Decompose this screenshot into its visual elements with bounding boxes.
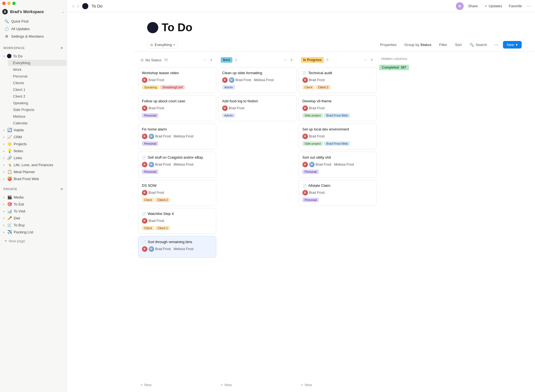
to-visit-chevron-icon: ▸ — [3, 210, 5, 213]
tag-client2-1: Client 2 — [155, 198, 170, 202]
no-status-add-card-button[interactable]: + New — [138, 381, 216, 389]
sidebar-item-crm-label: CRM — [14, 135, 22, 139]
sort-button[interactable]: Sort — [452, 41, 465, 48]
card-food-log[interactable]: Add food log to Notion B Brad Frost Admi… — [218, 95, 296, 121]
sidebar-item-calendar[interactable]: · Calendar — [8, 120, 67, 126]
card-remaining-bins[interactable]: 📄 Sort through remaining bins B M Brad F… — [138, 236, 216, 258]
packing-chevron-icon: ▸ — [3, 231, 5, 234]
nav-forward-button[interactable]: › — [76, 3, 80, 10]
card-v9-theme[interactable]: Develop v9 theme B Brad Frost Side proje… — [299, 95, 377, 121]
next-add-button[interactable]: + — [289, 57, 294, 63]
toolbar-more-button[interactable]: ··· — [492, 40, 501, 49]
projects-icon: 🌟 — [7, 142, 12, 146]
assignee-brad-name-n2: Brad Frost — [229, 106, 244, 110]
workspace-header[interactable]: B Brad's Workspace ⌄ — [0, 7, 67, 16]
new-page-label: New page — [9, 239, 25, 243]
minimize-button[interactable] — [7, 2, 11, 5]
group-by-button[interactable]: Group by Status — [402, 41, 434, 48]
share-button[interactable]: Share — [466, 3, 480, 9]
new-page-button[interactable]: + New page — [1, 237, 65, 245]
nav-back-button[interactable]: ‹ — [71, 3, 75, 10]
card-utility[interactable]: Sort out utility shit B M Brad Frost Mel… — [299, 152, 377, 178]
in-progress-add-button[interactable]: + — [369, 57, 374, 63]
sidebar-item-notes-label: Notes — [14, 149, 23, 153]
settings-label: Settings & Members — [11, 34, 44, 38]
properties-button[interactable]: Properties — [377, 41, 399, 48]
meal-icon: 📋 — [7, 170, 12, 174]
sidebar-item-meal-planner[interactable]: ▸ 📋 Meal Planner — [0, 168, 67, 175]
favorite-button[interactable]: Favorite — [507, 3, 524, 9]
sidebar-item-client1[interactable]: · Client 1 — [8, 86, 67, 93]
card-home-alarm[interactable]: Fix home alarm B M Brad Frost Melissa Fr… — [138, 124, 216, 149]
sidebar-item-clients[interactable]: · Clients — [8, 80, 67, 86]
toolbar: ⊞ Everything ▾ Properties Group by Statu… — [134, 38, 535, 52]
sidebar-item-diet[interactable]: ▸ 🥕 Diet — [0, 215, 67, 221]
sidebar-item-links[interactable]: ▸ 🔗 Links — [0, 154, 67, 161]
more-options-button[interactable]: ··· — [526, 3, 531, 9]
completed-badge[interactable]: Completed 367 — [379, 65, 409, 70]
sidebar-item-habits[interactable]: ▸ 🔄 Habits — [0, 127, 67, 133]
card-craigslist[interactable]: 📄 Sell stuff on Craigslist and/or eBay B… — [138, 152, 216, 178]
sidebar-item-speaking-label: Speaking — [13, 101, 28, 105]
quick-find-item[interactable]: 🔍 Quick Find — [1, 18, 65, 25]
sidebar-item-projects[interactable]: ▸ 🌟 Projects — [0, 141, 67, 147]
all-updates-item[interactable]: 🕐 All Updates — [1, 25, 65, 32]
melissa-avatar-1: M — [149, 134, 154, 139]
sidebar-item-notes[interactable]: ▸ 💡 Notes — [0, 147, 67, 154]
settings-item[interactable]: ⚙ Settings & Members — [1, 33, 65, 40]
sidebar-item-crm[interactable]: ▸ 📈 CRM — [0, 134, 67, 140]
sidebar-item-packing-list[interactable]: ▸ ✈️ Packing List — [0, 229, 67, 235]
sidebar-item-to-buy[interactable]: ▸ 🛒 To Buy — [0, 222, 67, 228]
tag-client-ip1: Client — [302, 85, 315, 89]
updates-icon: 🕐 — [4, 26, 9, 31]
completed-column-header[interactable]: Completed 367 — [379, 65, 435, 70]
user-avatar[interactable]: M — [456, 2, 464, 10]
sidebar-item-client2[interactable]: · Client 2 — [8, 93, 67, 100]
card-slide-formatting[interactable]: Clean up slide formatting B M Brad Frost… — [218, 67, 296, 93]
updates-button[interactable]: ✓ Updates — [482, 3, 504, 9]
card-technical-audit[interactable]: 📄 Technical audit B Brad Frost Client Cl… — [299, 67, 377, 93]
card-local-dev[interactable]: Set up local dev environment B Brad Fros… — [299, 124, 377, 149]
no-status-add-button[interactable]: + — [209, 57, 214, 63]
view-selector[interactable]: ⊞ Everything ▾ — [147, 41, 178, 49]
brad-avatar-7: B — [142, 246, 147, 252]
doc-icon-3: 📄 — [142, 240, 146, 244]
sidebar-item-work[interactable]: · Work — [8, 66, 67, 73]
filter-button[interactable]: Filter — [436, 41, 450, 48]
sidebar-item-calendar-label: Calendar — [13, 121, 28, 125]
fullscreen-button[interactable] — [12, 2, 16, 5]
new-task-button[interactable]: New ▾ — [503, 41, 522, 49]
to-buy-icon: 🛒 — [7, 223, 12, 227]
card-ds-sow[interactable]: DS SOW B Brad Frost Client Client 2 — [138, 180, 216, 206]
in-progress-more-button[interactable]: ··· — [362, 57, 368, 63]
add-private-item-button[interactable]: + — [60, 187, 63, 191]
sidebar-item-llf-label: Life, Love, and Finances — [14, 163, 53, 167]
next-more-button[interactable]: ··· — [282, 57, 288, 63]
sidebar-item-personal[interactable]: · Personal — [8, 73, 67, 79]
card-watchlist[interactable]: 📄 Watchlist Step 4 B Brad Frost Client C… — [138, 208, 216, 234]
sidebar-item-todo[interactable]: ▾ To Do — [0, 53, 67, 59]
no-status-more-button[interactable]: ··· — [201, 57, 208, 63]
card-workshop-teaser[interactable]: Workshop teaser video B Brad Frost Speak… — [138, 67, 216, 93]
in-progress-add-card-button[interactable]: + New — [299, 381, 377, 389]
next-add-card-button[interactable]: + New — [218, 381, 296, 389]
sidebar-item-brad-frost-web[interactable]: ▸ 🍑 Brad Frost Web — [0, 175, 67, 182]
sidebar-item-side-projects[interactable]: · Side Projects — [8, 107, 67, 113]
add-workspace-item-button[interactable]: + — [60, 46, 63, 50]
sidebar-item-to-eat[interactable]: ▸ 🎯 To Eat — [0, 201, 67, 207]
tag-speaking: Speaking — [142, 85, 159, 89]
sidebar-item-melissa[interactable]: · Melissa — [8, 113, 67, 120]
card-allstate[interactable]: 📄 Allstate Claim B Brad Frost Personal — [299, 180, 377, 206]
sidebar-item-speaking[interactable]: · Speaking — [8, 100, 67, 106]
utility-title: Sort out utility shit — [302, 155, 331, 159]
doc-icon-ip5: 📄 — [302, 184, 307, 188]
habits-chevron-icon: ▸ — [3, 129, 5, 132]
board: ⊘ No Status 35 ··· + Workshop teaser vid… — [134, 52, 535, 392]
sidebar-item-media[interactable]: ▸ 🎬 Media — [0, 194, 67, 200]
sidebar-item-to-visit[interactable]: ▸ 📊 To Visit — [0, 208, 67, 214]
close-button[interactable] — [2, 2, 6, 5]
sidebar-item-life-love-finances[interactable]: ▸ 🤸 Life, Love, and Finances — [0, 161, 67, 168]
sidebar-item-everything[interactable]: · Everything — [8, 60, 67, 66]
card-court-case[interactable]: Follow up about court case B Brad Frost … — [138, 95, 216, 121]
search-button[interactable]: 🔍 Search — [467, 41, 490, 48]
